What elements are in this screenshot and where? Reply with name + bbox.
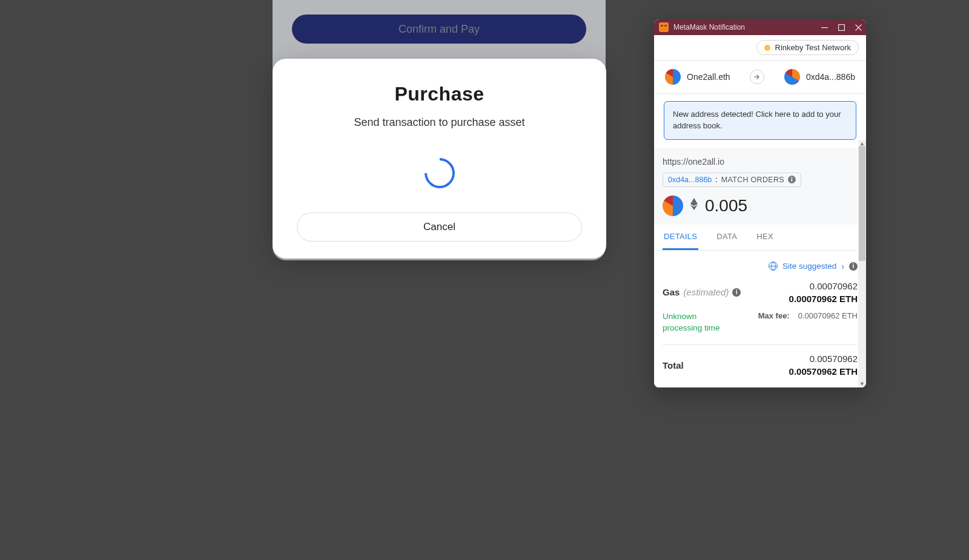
avatar-icon [665,69,681,85]
metamask-logo-icon [659,22,669,32]
tab-data[interactable]: DATA [715,225,738,250]
info-icon[interactable]: i [732,288,741,297]
window-title: MetaMask Notification [673,23,820,31]
total-value-eth: 0.00570962 ETH [789,366,858,377]
gas-estimated-label: (estimated) [683,287,729,297]
svg-rect-1 [838,24,844,30]
accounts-row: One2all.eth 0xd4a...886b [654,61,866,94]
transaction-amount: 0.005 [705,196,747,216]
total-label: Total [663,360,684,371]
purchase-modal: Purchase Send transaction to purchase as… [273,59,606,259]
tab-hex[interactable]: HEX [755,225,775,250]
transaction-summary: https://one2all.io 0xd4a...886b : MATCH … [654,148,866,225]
to-account-label: 0xd4a...886b [806,72,855,82]
site-suggested-link[interactable]: Site suggested › i [663,262,858,271]
modal-title: Purchase [297,83,582,105]
svg-rect-0 [821,27,828,28]
gas-value-eth: 0.00070962 ETH [789,294,858,304]
globe-icon [769,262,778,271]
maximize-button[interactable] [837,24,845,31]
from-account-label: One2all.eth [687,72,730,82]
processing-status: Unknown processing time [663,311,735,334]
network-row: Rinkeby Test Network [654,35,866,61]
gas-value: 0.00070962 [789,281,858,291]
max-fee-value: 0.00070962 ETH [798,311,858,320]
origin-url: https://one2all.io [663,157,858,166]
scrollbar[interactable]: ▲ ▼ [858,140,866,388]
max-fee-label: Max fee: [758,311,790,320]
divider [663,344,858,345]
chevron-right-icon: › [841,262,844,271]
ethereum-icon [689,197,699,214]
contract-method: MATCH ORDERS [721,176,784,184]
info-icon[interactable]: i [788,176,796,183]
avatar-icon [784,69,800,85]
tab-details[interactable]: DETAILS [663,225,698,250]
network-selector[interactable]: Rinkeby Test Network [756,40,859,55]
metamask-window: MetaMask Notification Rinkeby Test Netwo… [654,19,866,387]
modal-subtitle: Send transaction to purchase asset [297,116,582,129]
details-panel: Site suggested › i Gas (estimated) i 0.0… [654,251,866,388]
amount-row: 0.005 [663,196,858,225]
cancel-button[interactable]: Cancel [297,212,582,242]
to-account[interactable]: 0xd4a...886b [784,69,855,85]
network-status-icon [764,45,770,51]
total-row: Total 0.00570962 0.00570962 ETH [663,354,858,377]
detail-tabs: DETAILS DATA HEX [654,225,866,251]
minimize-button[interactable] [820,24,828,31]
chip-separator: : [715,176,717,184]
arrow-right-icon [750,70,764,84]
network-name: Rinkeby Test Network [775,43,851,52]
scroll-thumb[interactable] [859,146,865,261]
info-icon[interactable]: i [849,262,858,271]
window-titlebar: MetaMask Notification [654,19,866,35]
close-button[interactable] [854,24,862,31]
gas-row: Gas (estimated) i 0.00070962 0.00070962 … [663,281,858,304]
from-account[interactable]: One2all.eth [665,69,730,85]
total-value: 0.00570962 [789,354,858,364]
new-address-banner[interactable]: New address detected! Click here to add … [664,101,856,140]
site-suggested-label: Site suggested [782,262,836,271]
gas-label: Gas [663,287,680,297]
contract-method-chip[interactable]: 0xd4a...886b : MATCH ORDERS i [663,173,801,187]
contract-address: 0xd4a...886b [668,176,712,184]
avatar-icon [663,196,683,216]
spinner-icon [418,152,461,195]
